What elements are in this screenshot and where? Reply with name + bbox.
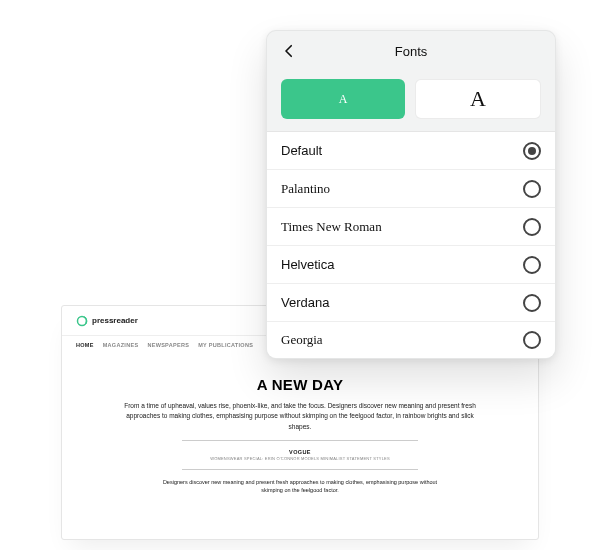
radio-icon [523, 142, 541, 160]
dialog-header: Fonts [267, 31, 555, 71]
font-option-label: Times New Roman [281, 219, 382, 235]
back-button[interactable] [275, 37, 303, 65]
font-option-helvetica[interactable]: Helvetica [267, 246, 555, 284]
article-blurb: Designers discover new meaning and prese… [122, 478, 478, 495]
font-option-default[interactable]: Default [267, 132, 555, 170]
font-option-georgia[interactable]: Georgia [267, 322, 555, 358]
font-option-label: Georgia [281, 332, 323, 348]
article-headline: A NEW DAY [122, 376, 478, 393]
article-body: A NEW DAY From a time of upheaval, value… [62, 354, 538, 495]
radio-icon [523, 180, 541, 198]
font-option-verdana[interactable]: Verdana [267, 284, 555, 322]
font-list: DefaultPalantinoTimes New RomanHelvetica… [267, 131, 555, 358]
radio-icon [523, 256, 541, 274]
dialog-title: Fonts [395, 44, 428, 59]
divider [182, 440, 418, 441]
font-option-times-new-roman[interactable]: Times New Roman [267, 208, 555, 246]
radio-icon [523, 294, 541, 312]
article-lede: From a time of upheaval, values rise, ph… [122, 401, 478, 432]
nav-newspapers[interactable]: NEWSPAPERS [147, 342, 189, 348]
font-option-label: Verdana [281, 295, 329, 310]
brand[interactable]: pressreader [76, 315, 138, 327]
chevron-left-icon [280, 42, 298, 60]
radio-icon [523, 218, 541, 236]
size-large-label: A [470, 86, 486, 112]
article-source-sub: WOMENSWEAR SPECIAL: ERIN O'CONNOR MODELS… [122, 456, 478, 461]
font-option-label: Helvetica [281, 257, 334, 272]
font-size-controls: A A [267, 71, 555, 131]
font-option-palantino[interactable]: Palantino [267, 170, 555, 208]
nav-home[interactable]: HOME [76, 342, 94, 348]
nav-magazines[interactable]: MAGAZINES [103, 342, 139, 348]
divider [182, 469, 418, 470]
font-size-large-button[interactable]: A [415, 79, 541, 119]
size-small-label: A [339, 92, 348, 107]
nav-my-publications[interactable]: MY PUBLICATIONS [198, 342, 253, 348]
font-option-label: Palantino [281, 181, 330, 197]
brand-name: pressreader [92, 316, 138, 325]
article-source: VOGUE [122, 449, 478, 455]
fonts-dialog: Fonts A A DefaultPalantinoTimes New Roma… [266, 30, 556, 359]
brand-icon [76, 315, 88, 327]
radio-icon [523, 331, 541, 349]
font-size-small-button[interactable]: A [281, 79, 405, 119]
font-option-label: Default [281, 143, 322, 158]
